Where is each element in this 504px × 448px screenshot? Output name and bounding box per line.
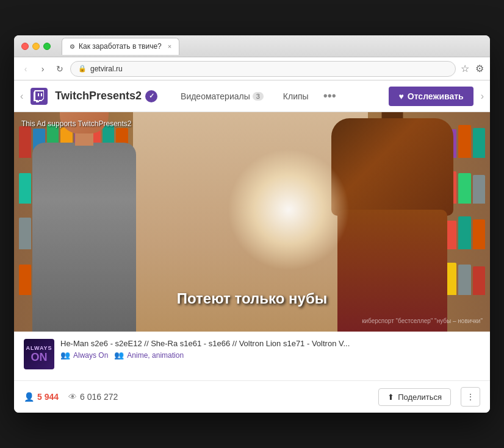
clips-nav-item[interactable]: Клипы <box>273 80 319 112</box>
ad-label: This Ad supports TwitchPresents2 <box>21 119 132 128</box>
close-window-button[interactable] <box>21 43 29 50</box>
channel-bar: ‹ TwitchPresents2 ✓ Видеоматериалы 3 Кли… <box>14 80 490 112</box>
lock-icon: 🔒 <box>78 65 87 73</box>
tab-favicon: ⚙ <box>70 43 75 50</box>
tab-bar: ⚙ Как заработать в твиче? × <box>62 38 483 55</box>
follow-label: Отслеживать <box>408 91 464 101</box>
videos-label: Видеоматериалы <box>181 91 250 101</box>
share-icon: ⬆ <box>387 393 394 402</box>
refresh-button[interactable]: ↻ <box>53 62 67 76</box>
back-button[interactable]: ‹ <box>19 62 32 76</box>
share-button[interactable]: ⬆ Поделиться <box>378 388 451 406</box>
twitch-logo <box>31 88 48 105</box>
people-icon: 👥 <box>60 350 70 360</box>
video-subtitle-text: Потеют только нубы <box>177 290 327 307</box>
address-bar[interactable]: 🔒 getviral.ru <box>70 61 456 77</box>
channel-name-container: TwitchPresents2 ✓ <box>55 90 157 102</box>
navigation-bar: ‹ › ↻ 🔒 getviral.ru ☆ ⚙ <box>14 57 490 80</box>
share-label: Поделиться <box>398 393 442 402</box>
category-label-text: Anime, animation <box>127 351 184 360</box>
thumb-line2: ON <box>31 351 48 364</box>
channel-label-text: Always On <box>73 351 108 360</box>
verified-badge: ✓ <box>145 90 157 102</box>
channel-link[interactable]: 👥 Always On <box>60 350 108 360</box>
channel-nav-right-arrow[interactable]: › <box>481 91 484 102</box>
stream-title-row: ALWAYS ON He-Man s2e6 - s2eE12 // She-Ra… <box>24 339 480 369</box>
nav-actions: ☆ ⚙ <box>459 62 485 76</box>
title-bar: ⚙ Как заработать в твиче? × <box>14 35 490 57</box>
more-nav-button[interactable]: ••• <box>319 89 341 103</box>
stream-metadata: He-Man s2e6 - s2eE12 // She-Ra s1e61 - s… <box>60 339 480 360</box>
more-options-button[interactable]: ⋮ <box>461 387 480 407</box>
viewers-stat: 👤 5 944 <box>24 392 59 402</box>
verified-check-icon: ✓ <box>149 92 154 100</box>
browser-tab[interactable]: ⚙ Как заработать в твиче? × <box>62 38 179 55</box>
forward-icon: › <box>41 64 45 74</box>
videos-nav-item[interactable]: Видеоматериалы 3 <box>171 80 273 112</box>
settings-icon[interactable]: ⚙ <box>474 62 485 76</box>
browser-window: ⚙ Как заработать в твиче? × ‹ › ↻ 🔒 getv… <box>14 35 490 413</box>
channel-nav-left-arrow[interactable]: ‹ <box>20 91 23 102</box>
stream-info-bar: ALWAYS ON He-Man s2e6 - s2eE12 // She-Ra… <box>14 332 490 381</box>
traffic-lights <box>21 43 51 50</box>
stats-bar: 👤 5 944 👁 6 016 272 ⬆ Поделиться ⋮ <box>14 381 490 413</box>
follow-button[interactable]: ♥ Отслеживать <box>389 87 473 106</box>
video-watermark-text: киберспорт "бестселлер" "нубы – новички" <box>362 318 483 324</box>
views-stat: 👁 6 016 272 <box>68 392 118 402</box>
video-player[interactable]: This Ad supports TwitchPresents2 <box>14 112 490 332</box>
views-icon: 👁 <box>68 392 77 402</box>
heart-icon: ♥ <box>398 91 403 101</box>
views-count: 6 016 272 <box>80 392 118 402</box>
clips-label: Клипы <box>283 91 309 101</box>
forward-button[interactable]: › <box>36 62 49 76</box>
channel-navigation: Видеоматериалы 3 Клипы ••• <box>171 80 381 112</box>
url-text: getviral.ru <box>90 65 123 73</box>
category-icon: 👥 <box>114 350 124 360</box>
viewers-count: 5 944 <box>37 392 59 402</box>
maximize-window-button[interactable] <box>43 43 51 50</box>
back-icon: ‹ <box>24 64 27 74</box>
refresh-icon: ↻ <box>56 64 63 74</box>
stream-thumbnail: ALWAYS ON <box>24 339 54 369</box>
stream-meta-row: 👥 Always On 👥 Anime, animation <box>60 350 480 360</box>
category-link[interactable]: 👥 Anime, animation <box>114 350 184 360</box>
minimize-window-button[interactable] <box>32 43 40 50</box>
figure-left <box>32 143 136 332</box>
tab-close-button[interactable]: × <box>168 43 171 50</box>
thumb-line1: ALWAYS <box>26 345 52 351</box>
channel-name-text: TwitchPresents2 <box>55 90 142 102</box>
stream-title-text: He-Man s2e6 - s2eE12 // She-Ra s1e61 - s… <box>60 339 480 348</box>
stream-thumb-content: ALWAYS ON <box>24 339 54 369</box>
tab-title: Как заработать в твиче? <box>79 42 162 51</box>
videos-count-badge: 3 <box>253 92 264 101</box>
bookmark-star-icon[interactable]: ☆ <box>459 62 470 76</box>
viewers-icon: 👤 <box>24 392 34 402</box>
